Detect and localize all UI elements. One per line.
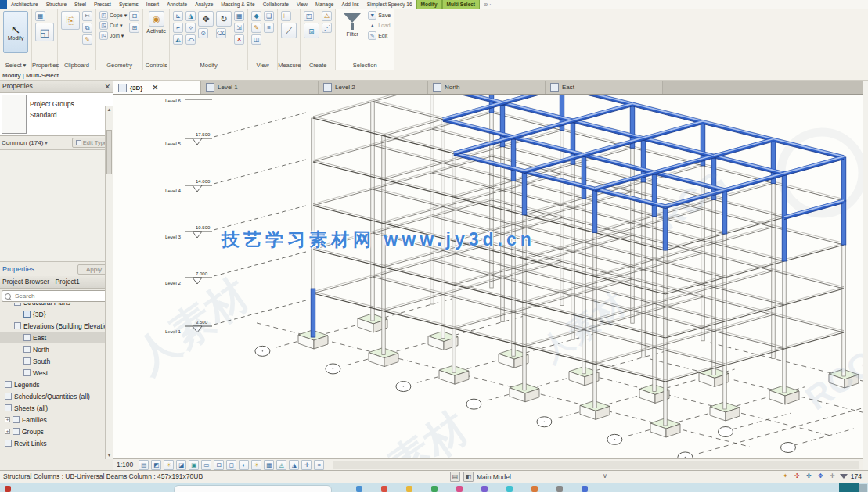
drawing-canvas[interactable]: Level 617.500Level 514.000Level 410.500L…	[113, 95, 863, 458]
selection-edit-button[interactable]: ✎Edit	[368, 31, 391, 40]
ribbon-tab-architecture[interactable]: Architecture	[7, 0, 42, 9]
visual-style-icon[interactable]: ◩	[151, 460, 161, 470]
underlay-select-icon[interactable]: ✤	[805, 472, 813, 480]
taskbar-icon-0[interactable]	[356, 486, 362, 492]
move-icon[interactable]: ✥	[198, 11, 214, 27]
offset-icon[interactable]: ⌐	[173, 23, 183, 33]
tree-item-sheets-all-[interactable]: Sheets (all)	[0, 402, 113, 414]
create-parts-icon[interactable]: ◰	[304, 11, 314, 21]
taskbar-icon-9[interactable]	[582, 486, 588, 492]
copy-to-clipboard-icon[interactable]: ⧉	[82, 23, 92, 33]
rendering-dialog-icon[interactable]: ▣	[189, 460, 199, 470]
beam-systems-icon[interactable]: ⊟	[129, 11, 139, 21]
taskbar-clock[interactable]	[859, 484, 867, 492]
context-tab-modify[interactable]: Modify	[416, 0, 442, 9]
search-input[interactable]	[13, 292, 108, 300]
ribbon-tab-insert[interactable]: Insert	[142, 0, 163, 9]
level-marker-4[interactable]: 14.000Level 4	[165, 160, 306, 193]
temporary-hide-isolate-icon[interactable]: ◐	[239, 460, 249, 470]
sun-path-icon[interactable]: ☀	[164, 460, 174, 470]
tree-item-schedules-quantities-all-[interactable]: Schedules/Quantities (all)	[0, 390, 113, 402]
unlocked-3d-view-icon[interactable]: ◻	[226, 460, 236, 470]
modify-button[interactable]: ↖Modify	[3, 11, 28, 53]
selection-load-icon[interactable]: ▲	[368, 21, 376, 30]
measure-between-icon[interactable]: ⊢	[281, 11, 291, 21]
ribbon-tab-steel[interactable]: Steel	[70, 0, 90, 9]
show-crop-region-icon[interactable]: ⊡	[214, 460, 224, 470]
ribbon-tab-systems[interactable]: Systems	[115, 0, 142, 9]
ribbon-tab-collaborate[interactable]: Collaborate	[259, 0, 293, 9]
tree-item-legends[interactable]: Legends	[0, 379, 113, 390]
scrollbar-thumb[interactable]	[106, 130, 112, 174]
view-tab-east[interactable]: East	[546, 81, 663, 94]
tree-item-revit-links[interactable]: Revit Links	[0, 437, 113, 449]
properties-help-link[interactable]: Properties	[2, 265, 34, 273]
geometry-cope-button[interactable]: ◳Cope▾	[99, 11, 127, 20]
taskbar-icon-1[interactable]	[381, 486, 387, 492]
copy-icon[interactable]: ⊙	[198, 28, 208, 38]
close-view-icon[interactable]: ✕	[152, 84, 158, 92]
filter-button[interactable]	[344, 11, 361, 30]
view-tab-level-2[interactable]: Level 2	[319, 81, 428, 94]
geometry-cut-icon[interactable]: ◳	[99, 21, 108, 30]
level-marker-5[interactable]: 17.500Level 5	[165, 113, 306, 146]
selection-save-icon[interactable]: ▼	[368, 11, 376, 20]
type-properties-icon[interactable]: ▦	[35, 11, 45, 21]
taskbar-app-icon[interactable]	[839, 483, 859, 492]
wall-joins-icon[interactable]: ⊞	[129, 23, 139, 33]
properties-palette-title[interactable]: Properties ✕	[0, 81, 113, 93]
align-icon[interactable]: ⊾	[173, 11, 183, 21]
browser-scrollbar[interactable]: ▲ ▼	[105, 106, 113, 459]
activate-controls-icon[interactable]: ◉	[149, 11, 164, 27]
delete-icon[interactable]: ✕	[234, 34, 244, 45]
links-select-icon[interactable]: ✣	[793, 472, 801, 480]
workset-label[interactable]: Main Model	[477, 473, 511, 481]
taskbar-icon-5[interactable]	[481, 486, 488, 492]
tree-item-west[interactable]: West	[0, 367, 113, 379]
geometry-cope-icon[interactable]: ◳	[99, 11, 108, 20]
taskbar-icon-6[interactable]	[506, 486, 513, 492]
chevron-down-icon[interactable]: ▾	[45, 140, 48, 146]
analytical-model-icon[interactable]: ◬	[276, 460, 286, 470]
ribbon-tab-annotate[interactable]: Annotate	[163, 0, 191, 9]
editable-only-icon[interactable]: ✦	[781, 472, 790, 480]
worksharing-display-icon[interactable]: ≡	[314, 460, 324, 470]
view-tab-level-1[interactable]: Level 1	[201, 81, 319, 94]
create-group-icon[interactable]: ⧈	[304, 23, 319, 38]
array-icon[interactable]: ▦	[234, 11, 244, 21]
detail-level-icon[interactable]: ▤	[139, 460, 149, 470]
geometry-cut-button[interactable]: ◳Cut▾	[99, 21, 127, 30]
ribbon-tab-structure[interactable]: Structure	[42, 0, 70, 9]
shadows-icon[interactable]: ◪	[176, 460, 186, 470]
aligned-dimension-icon[interactable]: ⟋	[281, 23, 297, 38]
ribbon-tab-manage[interactable]: Manage	[312, 0, 338, 9]
geometry-join-icon[interactable]: ◳	[99, 31, 108, 40]
selection-edit-icon[interactable]: ✎	[368, 31, 376, 40]
trim-icon[interactable]: ⤺	[185, 34, 196, 45]
tree-item-elevations-building-elevation-[interactable]: Elevations (Building Elevation)	[0, 320, 113, 332]
taskbar-icon-8[interactable]	[556, 486, 563, 492]
project-browser-title[interactable]: Project Browser - Project1 ✕	[0, 276, 113, 289]
close-icon[interactable]: ✕	[104, 81, 110, 93]
mirror-axis-icon[interactable]: ◭	[173, 34, 183, 45]
paste-icon[interactable]: ⎘	[61, 11, 80, 30]
start-icon[interactable]	[5, 486, 11, 492]
display-icon[interactable]: ≡	[264, 23, 274, 33]
temporary-view-properties-icon[interactable]: ▦	[264, 460, 274, 470]
selection-load-button[interactable]: ▲Load	[368, 21, 391, 30]
scroll-down-icon[interactable]: ▼	[106, 452, 113, 459]
scale-icon[interactable]: ⇲	[234, 23, 244, 33]
design-options-icon[interactable]: ◧	[463, 472, 474, 482]
taskbar-icon-4[interactable]	[456, 486, 463, 492]
reveal-constraints-icon[interactable]: ✛	[301, 460, 312, 470]
taskbar-icon-7[interactable]	[531, 486, 538, 492]
rotate-icon[interactable]: ↻	[216, 11, 232, 27]
selection-box-icon[interactable]: ◆	[251, 11, 261, 21]
cut-to-clipboard-icon[interactable]: ✂	[82, 11, 92, 21]
properties-grid[interactable]	[0, 150, 113, 262]
type-selector[interactable]: Project Groups Standard ▾	[0, 93, 113, 136]
view-tab--3d-[interactable]: {3D}✕	[113, 81, 201, 94]
taskbar-icon-3[interactable]	[431, 486, 438, 492]
app-menu-icon[interactable]	[0, 0, 7, 9]
pin-icon[interactable]: ⌫	[216, 28, 226, 38]
